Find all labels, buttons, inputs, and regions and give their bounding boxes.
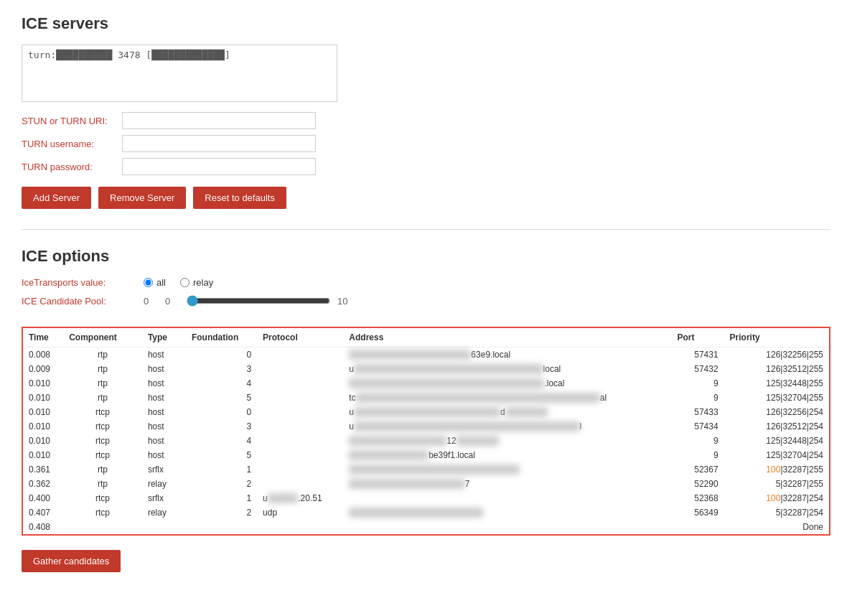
cell-address: ██-█████b5████be39f1.local	[343, 448, 671, 462]
remove-server-button[interactable]: Remove Server	[98, 187, 186, 209]
cell-foundation: 5	[186, 448, 257, 462]
table-row: 0.362 rtp relay 2 ███████████████████7 5…	[23, 477, 829, 491]
ice-options-section: ICE options IceTransports value: all rel…	[22, 247, 830, 307]
cell-foundation: 1	[186, 462, 257, 477]
cell-type: host	[142, 347, 186, 363]
table-row: 0.010 rtcp host 3 u█████████████████████…	[23, 419, 829, 434]
table-row: 0.010 rtcp host 0 u█████████████████████…	[23, 405, 829, 419]
cell-foundation: 4	[186, 434, 257, 448]
cell-component: rtp	[63, 477, 142, 491]
cell-time: 0.408	[23, 520, 63, 534]
cell-time: 0.010	[23, 434, 63, 448]
cell-address: u███████████████████████████████local	[343, 362, 671, 376]
cell-port: 57434	[671, 419, 724, 434]
ice-server-buttons: Add Server Remove Server Reset to defaul…	[22, 187, 830, 209]
cell-protocol: u█████.20.51	[257, 491, 343, 505]
cell-priority: 100|32287|255	[724, 462, 829, 477]
cell-priority: 126|32512|255	[724, 362, 829, 376]
cell-type: host	[142, 448, 186, 462]
cell-time: 0.400	[23, 491, 63, 505]
gather-candidates-button[interactable]: Gather candidates	[22, 550, 121, 572]
cell-foundation: 5	[186, 391, 257, 405]
reset-defaults-button[interactable]: Reset to defaults	[193, 187, 286, 209]
turn-password-input[interactable]	[122, 158, 316, 175]
cell-foundation: 3	[186, 419, 257, 434]
cell-foundation: 4	[186, 376, 257, 391]
pool-slider[interactable]	[187, 295, 330, 307]
header-foundation: Foundation	[186, 328, 257, 347]
cell-component: rtcp	[63, 419, 142, 434]
turn-password-row: TURN password:	[22, 158, 830, 175]
cell-protocol	[257, 376, 343, 391]
ice-servers-title: ICE servers	[22, 14, 830, 33]
cell-address	[343, 520, 671, 534]
table-row: 0.010 rtcp host 5 ██-█████b5████be39f1.l…	[23, 448, 829, 462]
radio-relay[interactable]	[180, 278, 189, 287]
cell-address: tc██████████████████████████████████████…	[343, 391, 671, 405]
cell-type	[142, 520, 186, 534]
cell-type: srflx	[142, 462, 186, 477]
ice-servers-textarea[interactable]: turn:██████████ 3478 [█████████████]	[22, 45, 337, 102]
cell-time: 0.407	[23, 505, 63, 520]
cell-component: rtp	[63, 362, 142, 376]
ice-pool-row: ICE Candidate Pool: 0 0 10	[22, 295, 830, 307]
cell-priority: Done	[724, 520, 829, 534]
header-address: Address	[343, 328, 671, 347]
cell-port: 57431	[671, 347, 724, 363]
cell-port: 57433	[671, 405, 724, 419]
stun-turn-input[interactable]	[122, 112, 316, 129]
cell-address	[343, 491, 671, 505]
radio-all-label[interactable]: all	[144, 277, 166, 288]
cell-protocol	[257, 477, 343, 491]
radio-all[interactable]	[144, 278, 153, 287]
table-row: 0.361 rtp srflx 1 ██████████████████████…	[23, 462, 829, 477]
candidates-header-row: Time Component Type Foundation Protocol …	[23, 328, 829, 347]
cell-type: host	[142, 362, 186, 376]
section-divider	[22, 229, 830, 230]
cell-time: 0.361	[23, 462, 63, 477]
candidates-table: Time Component Type Foundation Protocol …	[23, 328, 829, 534]
radio-relay-label[interactable]: relay	[180, 277, 213, 288]
ice-options-title: ICE options	[22, 247, 830, 266]
cell-type: host	[142, 419, 186, 434]
cell-port: 52368	[671, 491, 724, 505]
cell-time: 0.362	[23, 477, 63, 491]
pool-min-value: 0	[165, 296, 179, 307]
cell-protocol	[257, 448, 343, 462]
cell-port: 9	[671, 448, 724, 462]
pool-max-value: 10	[337, 296, 347, 307]
cell-port: 9	[671, 391, 724, 405]
cell-component: rtcp	[63, 505, 142, 520]
header-type: Type	[142, 328, 186, 347]
candidates-tbody: 0.008 rtp host 0 ████████████████████63e…	[23, 347, 829, 535]
turn-password-label: TURN password:	[22, 162, 122, 172]
pool-current-value: 0	[144, 296, 158, 307]
cell-time: 0.008	[23, 347, 63, 363]
cell-foundation: 0	[186, 347, 257, 363]
cell-type: host	[142, 405, 186, 419]
cell-priority: 125|32448|255	[724, 376, 829, 391]
cell-priority: 5|32287|255	[724, 477, 829, 491]
stun-turn-label: STUN or TURN URI:	[22, 116, 122, 126]
ice-servers-section: ICE servers turn:██████████ 3478 [██████…	[22, 14, 830, 209]
cell-address: u████████████████████████d███████	[343, 405, 671, 419]
cell-port: 52367	[671, 462, 724, 477]
gather-btn-container: Gather candidates	[22, 550, 830, 572]
cell-protocol	[257, 347, 343, 363]
table-row: 0.010 rtp host 4 ███████████████████████…	[23, 376, 829, 391]
cell-address: u█████████████████████████████████████l	[343, 419, 671, 434]
cell-port: 57432	[671, 362, 724, 376]
add-server-button[interactable]: Add Server	[22, 187, 91, 209]
cell-address: ████████████████████████████████.local	[343, 376, 671, 391]
header-priority: Priority	[724, 328, 829, 347]
cell-component: rtp	[63, 376, 142, 391]
turn-username-input[interactable]	[122, 135, 316, 152]
cell-address: ███████████████████7	[343, 477, 671, 491]
cell-foundation: 0	[186, 405, 257, 419]
cell-protocol	[257, 362, 343, 376]
cell-component: rtp	[63, 391, 142, 405]
cell-priority: 100|32287|254	[724, 491, 829, 505]
cell-time: 0.010	[23, 448, 63, 462]
cell-component: rtcp	[63, 405, 142, 419]
cell-address: ██████████████████████	[343, 505, 671, 520]
